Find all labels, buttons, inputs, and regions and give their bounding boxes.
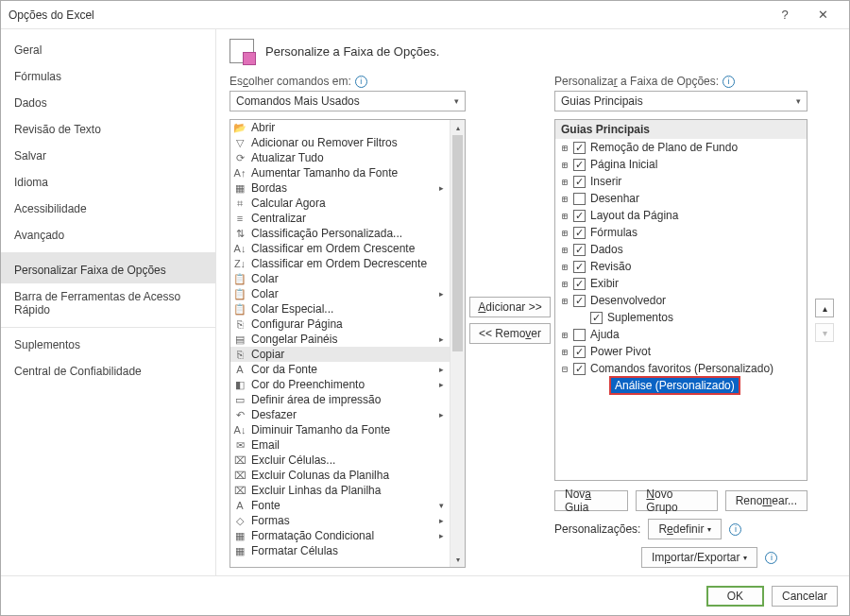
command-item[interactable]: ✉Email <box>230 437 450 453</box>
scroll-down-icon[interactable]: ▾ <box>450 552 465 567</box>
checkbox[interactable] <box>573 159 586 171</box>
info-icon[interactable]: i <box>355 76 367 88</box>
sidebar-item[interactable]: Idioma <box>1 169 215 196</box>
expand-icon[interactable]: ⊞ <box>559 211 570 221</box>
checkbox[interactable] <box>573 278 586 290</box>
command-item[interactable]: 📂Abrir <box>230 120 450 135</box>
checkbox[interactable] <box>573 261 586 273</box>
cancel-button[interactable]: Cancelar <box>772 586 838 607</box>
rename-button[interactable]: Renomear... <box>725 490 808 511</box>
command-item[interactable]: ⎘Copiar <box>230 347 450 362</box>
expand-icon[interactable]: ⊞ <box>559 296 570 306</box>
checkbox[interactable] <box>573 227 586 239</box>
tree-node[interactable]: ⊞Revisão <box>555 258 807 275</box>
command-item[interactable]: A↓Diminuir Tamanho da Fonte <box>230 422 450 437</box>
move-down-button[interactable]: ▾ <box>815 323 834 342</box>
commands-listbox[interactable]: 📂Abrir▽Adicionar ou Remover Filtros⟳Atua… <box>230 119 466 568</box>
remove-button[interactable]: << Remover <box>469 323 551 344</box>
checkbox[interactable] <box>573 176 586 188</box>
command-item[interactable]: ▦Bordas▸ <box>230 180 450 196</box>
command-item[interactable]: 📋Colar▸ <box>230 286 450 301</box>
tree-node[interactable]: Suplementos <box>555 309 807 326</box>
command-item[interactable]: Z↓Classificar em Ordem Decrescente <box>230 256 450 271</box>
info-icon[interactable]: i <box>729 523 741 536</box>
help-button[interactable]: ? <box>766 8 804 22</box>
tree-node[interactable]: ⊞Fórmulas <box>555 224 807 241</box>
command-item[interactable]: ◧Cor do Preenchimento▸ <box>230 377 450 392</box>
tree-node[interactable]: ⊞Remoção de Plano de Fundo <box>555 139 807 156</box>
checkbox[interactable] <box>573 142 586 154</box>
move-up-button[interactable]: ▴ <box>815 299 834 317</box>
checkbox[interactable] <box>573 210 586 222</box>
expand-icon[interactable]: ⊞ <box>559 279 570 289</box>
new-tab-button[interactable]: Nova Guia <box>554 490 628 511</box>
command-item[interactable]: A↓Classificar em Ordem Crescente <box>230 241 450 256</box>
expand-icon[interactable]: ⊞ <box>559 347 570 357</box>
expand-icon[interactable]: ⊞ <box>559 262 570 272</box>
command-item[interactable]: AFonte▾ <box>230 498 450 513</box>
expand-icon[interactable]: ⊞ <box>559 160 570 170</box>
command-item[interactable]: ⎘Configurar Página <box>230 317 450 332</box>
sidebar-item[interactable]: Suplementos <box>1 327 215 358</box>
choose-commands-combo[interactable]: Comandos Mais Usados ▾ <box>230 91 466 111</box>
command-item[interactable]: ◇Formas▸ <box>230 513 450 528</box>
tree-node[interactable]: ⊞Ajuda <box>555 326 807 343</box>
sidebar-item[interactable]: Barra de Ferramentas de Acesso Rápido <box>1 283 215 323</box>
expand-icon[interactable]: ⊞ <box>559 330 570 340</box>
checkbox[interactable] <box>573 244 586 256</box>
command-item[interactable]: ▽Adicionar ou Remover Filtros <box>230 135 450 150</box>
tree-node[interactable]: ⊞Inserir <box>555 173 807 190</box>
checkbox[interactable] <box>573 329 586 341</box>
command-item[interactable]: ⌧Excluir Células... <box>230 453 450 468</box>
ribbon-tree[interactable]: Guias Principais ⊞Remoção de Plano de Fu… <box>554 119 808 481</box>
scroll-up-icon[interactable]: ▴ <box>450 120 465 135</box>
sidebar-item[interactable]: Salvar <box>1 143 215 169</box>
command-item[interactable]: 📋Colar <box>230 271 450 286</box>
commands-scrollbar[interactable]: ▴ ▾ <box>450 120 465 567</box>
tree-node[interactable]: ⊞Desenhar <box>555 190 807 207</box>
tree-node[interactable]: ⊞Página Inicial <box>555 156 807 173</box>
command-item[interactable]: ▦Formatar Células <box>230 543 450 558</box>
command-item[interactable]: ⌧Excluir Linhas da Planilha <box>230 483 450 498</box>
ok-button[interactable]: OK <box>706 586 764 607</box>
checkbox[interactable] <box>573 346 586 358</box>
sidebar-item[interactable]: Personalizar Faixa de Opções <box>1 252 215 283</box>
command-item[interactable]: ▭Definir área de impressão <box>230 392 450 407</box>
command-item[interactable]: ↶Desfazer▸ <box>230 407 450 422</box>
tree-node[interactable]: ⊞Layout da Página <box>555 207 807 224</box>
tree-node[interactable]: ⊞Power Pivot <box>555 343 807 360</box>
checkbox[interactable] <box>573 363 586 375</box>
sidebar-item[interactable]: Dados <box>1 90 215 116</box>
command-item[interactable]: ⇅Classificação Personalizada... <box>230 226 450 241</box>
checkbox[interactable] <box>590 312 603 324</box>
tree-node[interactable]: ⊞Dados <box>555 241 807 258</box>
expand-icon[interactable]: ⊞ <box>559 245 570 255</box>
command-item[interactable]: 📋Colar Especial... <box>230 301 450 317</box>
checkbox[interactable] <box>573 295 586 307</box>
command-item[interactable]: ⟳Atualizar Tudo <box>230 150 450 165</box>
command-item[interactable]: ⌧Excluir Colunas da Planilha <box>230 468 450 483</box>
expand-icon[interactable]: ⊞ <box>559 228 570 238</box>
customize-ribbon-combo[interactable]: Guias Principais ▾ <box>554 91 808 111</box>
tree-node[interactable]: ⊟Comandos favoritos (Personalizado) <box>555 360 807 377</box>
sidebar-item[interactable]: Avançado <box>1 222 215 248</box>
command-item[interactable]: ≡Centralizar <box>230 211 450 226</box>
close-button[interactable]: ✕ <box>804 8 842 22</box>
command-item[interactable]: ⌗Calcular Agora <box>230 196 450 211</box>
expand-icon[interactable]: ⊟ <box>559 364 570 374</box>
command-item[interactable]: A↑Aumentar Tamanho da Fonte <box>230 165 450 180</box>
tree-node[interactable]: ⊞Desenvolvedor <box>555 292 807 309</box>
command-item[interactable]: ▤Congelar Painéis▸ <box>230 332 450 347</box>
command-item[interactable]: ▦Formatação Condicional▸ <box>230 528 450 543</box>
info-icon[interactable]: i <box>765 552 777 564</box>
sidebar-item[interactable]: Acessibilidade <box>1 196 215 222</box>
add-button[interactable]: Adicionar >> <box>469 297 551 317</box>
new-group-button[interactable]: Novo Grupo <box>636 490 717 511</box>
expand-icon[interactable]: ⊞ <box>559 194 570 204</box>
import-export-button[interactable]: Importar/Exportar ▾ <box>641 547 757 568</box>
command-item[interactable]: ACor da Fonte▸ <box>230 362 450 377</box>
info-icon[interactable]: i <box>722 76 735 88</box>
sidebar-item[interactable]: Fórmulas <box>1 63 215 90</box>
expand-icon[interactable]: ⊞ <box>559 177 570 187</box>
reset-button[interactable]: Redefinir ▾ <box>648 519 722 539</box>
